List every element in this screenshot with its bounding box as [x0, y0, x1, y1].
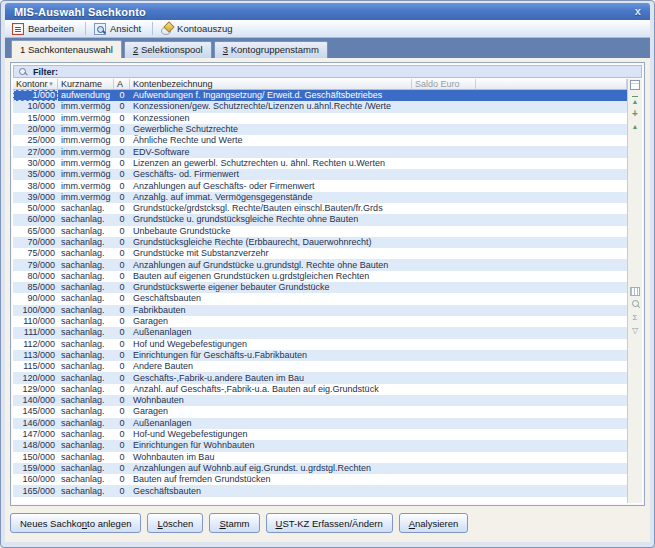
cell-kurzname: sachanlag. [58, 226, 114, 237]
table-row[interactable]: 115/000sachanlag.0Andere Bauten [13, 361, 627, 372]
table-row[interactable]: 30/000imm.vermög0Lizenzen an gewerbl. Sc… [13, 158, 627, 169]
cell-kurzname: sachanlag. [58, 350, 114, 361]
side-tool-group [630, 285, 641, 337]
table-row[interactable]: 146/000sachanlag.0Außenanlagen [13, 418, 627, 429]
cell-kurzname: sachanlag. [58, 237, 114, 248]
column-header-kontonr-[interactable]: Kontonr.▼ [13, 79, 58, 89]
cell-archiv: 0 [114, 158, 130, 169]
table-row[interactable]: 160/000sachanlag.0Bauten auf fremden Gru… [13, 474, 627, 485]
table-row[interactable]: 110/000sachanlag.0Garagen [13, 316, 627, 327]
table-row[interactable]: 112/000sachanlag.0Hof und Wegebefestigun… [13, 339, 627, 350]
cell-kontenbezeichnung: Außenanlagen [130, 327, 412, 338]
table-row[interactable]: 129/000sachanlag.0Anzahl. auf Geschäfts-… [13, 384, 627, 395]
cell-kurzname: sachanlag. [58, 271, 114, 282]
table-row[interactable]: 35/000imm.vermög0Geschäfts- od. Firmenwe… [13, 169, 627, 180]
table-row[interactable]: 27/000imm.vermög0EDV-Software [13, 146, 627, 157]
tab-selektionspool[interactable]: 2 Selektionspool [124, 41, 212, 58]
cell-kurzname: sachanlag. [58, 214, 114, 225]
cell-kontenbezeichnung: Grundstücke/grdstcksgl. Rechte/Bauten ei… [130, 203, 412, 214]
cell-archiv: 0 [114, 305, 130, 316]
table-row[interactable]: 25/000imm.vermög0Ähnliche Rechte und Wer… [13, 135, 627, 146]
cell-kontenbezeichnung: Einrichtungen für Geschäfts-u.Fabrikbaut… [130, 350, 412, 361]
table-row[interactable]: 1/000aufwendung0Aufwendungen f. Ingangse… [13, 90, 627, 101]
close-icon[interactable]: x [632, 6, 644, 17]
table-row[interactable]: 65/000sachanlag.0Unbebaute Grundstücke [13, 226, 627, 237]
ust-kz-erfassen-ndern-button[interactable]: UST-KZ Erfassen/Ändern [266, 513, 393, 533]
table-row[interactable]: 38/000imm.vermög0Anzahlungen auf Geschäf… [13, 180, 627, 191]
neues-sachkonto-anlegen-button[interactable]: Neues Sachkonto anlegen [10, 513, 141, 533]
cell-kontonr: 85/000 [13, 282, 58, 293]
table-row[interactable]: 120/000sachanlag.0Geschäfts-,Fabrik-u.an… [13, 372, 627, 383]
add-icon[interactable] [630, 108, 641, 119]
table-row[interactable]: 150/000sachanlag.0Wohnbauten im Bau [13, 452, 627, 463]
toolbar-item-view[interactable]: Ansicht [91, 22, 147, 36]
toolbar-item-edit[interactable]: Bearbeiten [9, 22, 80, 36]
window-title: MIS-Auswahl Sachkonto [14, 6, 146, 18]
table-row[interactable]: 111/000sachanlag.0Außenanlagen [13, 327, 627, 338]
column-chooser-icon[interactable] [630, 80, 640, 90]
table-row[interactable]: 80/000sachanlag.0Bauten auf eigenen Grun… [13, 271, 627, 282]
cell-archiv: 0 [114, 486, 130, 497]
cell-kontonr: 65/000 [13, 226, 58, 237]
table-row[interactable]: 165/000sachanlag.0Geschäftsbauten [13, 485, 627, 496]
cell-kurzname: aufwendung [58, 90, 114, 101]
toolbar-item-statement[interactable]: Kontoauszug [158, 22, 238, 36]
cell-kontonr: 111/000 [13, 327, 58, 338]
cell-kontonr: 120/000 [13, 373, 58, 384]
filter-funnel-icon[interactable] [630, 325, 641, 336]
cell-kontonr: 112/000 [13, 339, 58, 350]
sum-icon[interactable] [630, 312, 641, 323]
cell-kurzname: imm.vermög [58, 169, 114, 180]
table-row[interactable]: 90/000sachanlag.0Geschäftsbauten [13, 293, 627, 304]
cell-archiv: 0 [114, 316, 130, 327]
cell-kurzname: sachanlag. [58, 474, 114, 485]
table-row[interactable]: 15/000imm.vermög0Konzessionen [13, 113, 627, 124]
goto-top-icon[interactable] [630, 95, 641, 106]
table-row[interactable]: 159/000sachanlag.0Anzahlungen auf Wohnb.… [13, 463, 627, 474]
cell-kontonr: 50/000 [13, 203, 58, 214]
analysieren-button[interactable]: Analysieren [399, 513, 469, 533]
search-icon[interactable] [630, 299, 641, 310]
table-row[interactable]: 79/000sachanlag.0Anzahlungen auf Grundst… [13, 259, 627, 270]
scroll-up-icon[interactable] [630, 121, 641, 132]
table-row[interactable]: 50/000sachanlag.0Grundstücke/grdstcksgl.… [13, 203, 627, 214]
column-header-a[interactable]: A [114, 79, 130, 89]
cell-kontenbezeichnung: Grundstücksgleiche Rechte (Erbbaurecht, … [130, 237, 412, 248]
cell-kurzname: sachanlag. [58, 361, 114, 372]
column-header-kurzname[interactable]: Kurzname [58, 79, 114, 89]
table-row[interactable]: 85/000sachanlag.0Grundstückswerte eigene… [13, 282, 627, 293]
l-schen-button[interactable]: Löschen [147, 513, 203, 533]
table-row[interactable]: 75/000sachanlag.0Grundstücke mit Substan… [13, 248, 627, 259]
columns-icon[interactable] [630, 286, 641, 297]
filter-input[interactable] [64, 66, 637, 77]
cell-kontonr: 79/000 [13, 260, 58, 271]
table-row[interactable]: 100/000sachanlag.0Fabrikbauten [13, 305, 627, 316]
cell-kurzname: imm.vermög [58, 135, 114, 146]
table-row[interactable]: 60/000sachanlag.0Grundstücke u. grundstü… [13, 214, 627, 225]
table-row[interactable]: 113/000sachanlag.0Einrichtungen für Gesc… [13, 350, 627, 361]
table-row[interactable]: 70/000sachanlag.0Grundstücksgleiche Rech… [13, 237, 627, 248]
cell-kontenbezeichnung: Anzahl. auf Geschäfts-,Fabrik-u.a. Baute… [130, 384, 412, 395]
stamm-button[interactable]: Stamm [209, 513, 259, 533]
column-header-saldo-euro[interactable]: Saldo Euro [412, 79, 476, 89]
table-row[interactable]: 148/000sachanlag.0Einrichtungen für Wohn… [13, 440, 627, 451]
table-row[interactable]: 20/000imm.vermög0Gewerbliche Schutzrecht… [13, 124, 627, 135]
filter-bar[interactable]: Filter: [13, 65, 642, 78]
filter-label: Filter: [33, 67, 58, 77]
cell-kontenbezeichnung: Grundstücke u. grundstücksgleiche Rechte… [130, 214, 412, 225]
table-row[interactable]: 140/000sachanlag.0Wohnbauten [13, 395, 627, 406]
column-header-kontenbezeichnung[interactable]: Kontenbezeichnung [130, 79, 412, 89]
cell-kontonr: 30/000 [13, 158, 58, 169]
tab-kontogruppenstamm[interactable]: 3 Kontogruppenstamm [214, 41, 328, 58]
cell-archiv: 0 [114, 113, 130, 124]
cell-archiv: 0 [114, 350, 130, 361]
table-row[interactable]: 39/000imm.vermög0Anzahlg. auf immat. Ver… [13, 192, 627, 203]
cell-kontenbezeichnung: Konzessionen [130, 113, 412, 124]
column-header-empty[interactable] [476, 79, 627, 89]
tab-sachkontenauswahl[interactable]: 1 Sachkontenauswahl [11, 40, 122, 58]
table-row[interactable]: 145/000sachanlag.0Garagen [13, 406, 627, 417]
table-row[interactable]: 147/000sachanlag.0Hof-und Wegebefestigun… [13, 429, 627, 440]
column-header-label: Kontenbezeichnung [133, 79, 213, 89]
cell-kontenbezeichnung: Geschäftsbauten [130, 293, 412, 304]
table-row[interactable]: 10/000imm.vermög0Konzessionen/gew. Schut… [13, 101, 627, 112]
